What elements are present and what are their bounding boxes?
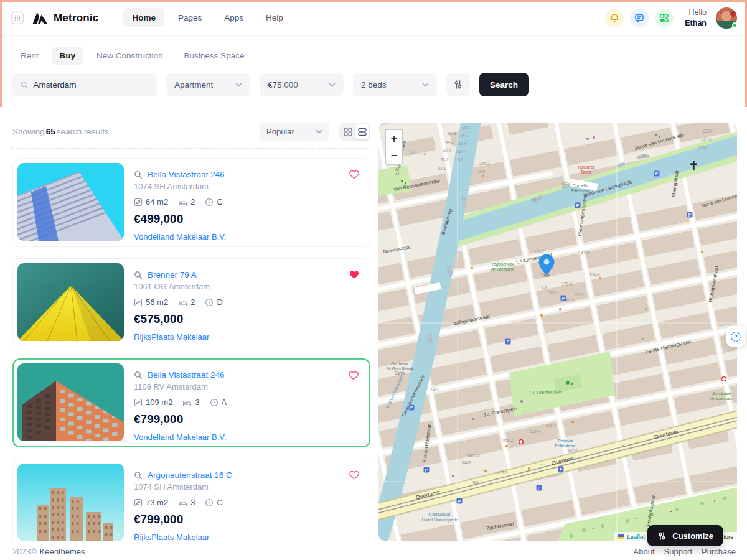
nav-help[interactable]: Help	[257, 8, 292, 27]
svg-text:526-4: 526-4	[503, 439, 514, 443]
favorite-button[interactable]	[347, 369, 360, 381]
search-area: RentBuyNew ConstructionBusiness Space Ap…	[0, 36, 747, 108]
sort-select[interactable]: Popular	[260, 123, 329, 141]
heart-outline-icon	[348, 168, 360, 180]
agent-link[interactable]: RijksPlaats Makelaar	[134, 332, 209, 342]
svg-text:←: ←	[515, 260, 520, 265]
avatar[interactable]	[716, 7, 737, 29]
chevron-down-icon	[329, 83, 336, 87]
chevron-down-icon	[422, 83, 429, 87]
svg-text:P: P	[410, 406, 413, 410]
nav-home[interactable]: Home	[123, 8, 164, 27]
footer-link-about[interactable]: About	[634, 547, 655, 556]
property-title-link[interactable]: Argonautenstraat 16 C	[148, 470, 232, 480]
property-card[interactable]: Bella Vistastraat 246 1074 SH Amsterdam …	[12, 158, 370, 247]
favorite-button[interactable]	[348, 168, 360, 180]
svg-text:229-2: 229-2	[698, 146, 709, 150]
nav-apps[interactable]: Apps	[215, 8, 252, 27]
beds-value: 2	[190, 297, 195, 307]
search-icon	[134, 170, 143, 179]
app-launcher-button[interactable]	[10, 11, 25, 26]
svg-text:154-H: 154-H	[589, 273, 600, 277]
left-accent-edge	[0, 0, 2, 107]
zoom-in-button[interactable]: +	[386, 130, 402, 147]
list-view-button[interactable]	[355, 124, 369, 139]
footer-link-purchase[interactable]: Purchase	[702, 547, 736, 556]
property-card[interactable]: Argonautenstraat 16 C 1074 SH Amsterdam …	[12, 459, 370, 541]
footer-link-support[interactable]: Support	[664, 547, 693, 556]
filter-select-2-beds[interactable]: 2 beds	[353, 73, 437, 96]
svg-text:RhijnvisFeithstraat: RhijnvisFeithstraat	[555, 439, 575, 448]
results-panel: Showing65search results Popular	[12, 123, 370, 541]
svg-text:32-1: 32-1	[438, 166, 446, 170]
svg-text:175-2: 175-2	[574, 292, 585, 297]
customize-button[interactable]: Customize	[647, 525, 723, 546]
beds-value: 3	[190, 498, 195, 507]
svg-text:493-1: 493-1	[472, 480, 482, 485]
favorite-button[interactable]	[348, 268, 360, 281]
notifications-button[interactable]	[605, 9, 624, 27]
company-link[interactable]: Keenthemes	[40, 547, 85, 556]
agent-link[interactable]: Vondelland Makelaar B.V.	[134, 432, 226, 442]
favorite-button[interactable]	[348, 469, 360, 481]
svg-text:→: →	[639, 335, 644, 340]
property-title-link[interactable]: Bella Vistastraat 246	[148, 370, 225, 380]
agent-link[interactable]: Vondelland Makelaar B.V.	[134, 232, 226, 241]
area-icon	[134, 398, 143, 407]
svg-text:33: 33	[395, 171, 400, 175]
svg-text:14-H: 14-H	[430, 388, 439, 392]
tab-new-construction[interactable]: New Construction	[88, 47, 171, 65]
filter-select-apartment[interactable]: Apartment	[166, 73, 250, 96]
property-address: 1074 SH Amsterdam	[134, 482, 232, 492]
map-canvas[interactable]: Van RensselaerstraatNepveustraatKanaalst…	[378, 123, 737, 541]
svg-text:P: P	[655, 172, 659, 176]
chat-button[interactable]	[630, 9, 649, 27]
property-title-link[interactable]: Bella Vistastraat 246	[148, 170, 225, 179]
svg-text:613: 613	[562, 182, 569, 186]
location-search-field[interactable]	[12, 73, 157, 96]
agent-link[interactable]: RijksPlaats Makelaar	[134, 533, 209, 541]
leaflet-link[interactable]: Leaflet	[627, 533, 645, 540]
brand-name: Metronic	[54, 12, 98, 24]
heart-outline-icon	[348, 469, 360, 481]
property-photo	[17, 363, 124, 441]
results-count: Showing65search results	[12, 127, 109, 136]
svg-text:36-2: 36-2	[441, 157, 449, 162]
apps-grid-icon	[659, 13, 669, 23]
tab-rent[interactable]: Rent	[12, 47, 47, 65]
property-card[interactable]: Brenner 79 A 1061 OG Amsterdam 56 m2	[12, 258, 370, 347]
greeting-name: Ethan	[685, 18, 707, 28]
grid-view-icon	[344, 128, 352, 136]
location-input[interactable]	[33, 80, 149, 90]
energy-value: C	[217, 498, 222, 507]
divider	[12, 148, 370, 149]
apps-button[interactable]	[655, 9, 674, 27]
list-view-icon	[358, 128, 367, 136]
svg-text:44-3: 44-3	[446, 140, 454, 144]
tab-business-space[interactable]: Business Space	[176, 47, 253, 65]
help-button[interactable]: ?	[726, 326, 745, 347]
metronic-logo-icon	[32, 11, 48, 24]
grid-view-button[interactable]	[341, 124, 355, 139]
advanced-filters-button[interactable]	[446, 73, 470, 96]
search-button[interactable]: Search	[479, 73, 529, 96]
property-card-selected[interactable]: Bella Vistastraat 246 1109 RV Amsterdam …	[12, 358, 370, 447]
svg-text:232-H: 232-H	[703, 129, 714, 133]
tab-buy[interactable]: Buy	[52, 47, 84, 65]
property-photo	[17, 163, 124, 241]
svg-text:227-2: 227-2	[702, 137, 712, 141]
property-photo	[17, 464, 124, 541]
brand[interactable]: Metronic	[32, 11, 98, 24]
svg-text:P: P	[576, 203, 580, 208]
search-icon	[134, 271, 143, 279]
svg-text:24-1: 24-1	[461, 133, 469, 138]
filter-select-75-000[interactable]: €75,000	[260, 73, 344, 96]
map-zoom-control: + −	[385, 129, 403, 165]
search-icon	[134, 371, 143, 380]
zoom-out-button[interactable]: −	[386, 147, 402, 164]
nav-pages[interactable]: Pages	[169, 8, 210, 27]
footer: 2023© Keenthemes AboutSupportPurchase	[0, 541, 747, 560]
area-icon	[134, 498, 143, 507]
property-title-link[interactable]: Brenner 79 A	[148, 270, 197, 279]
svg-text:147-H: 147-H	[578, 251, 590, 255]
